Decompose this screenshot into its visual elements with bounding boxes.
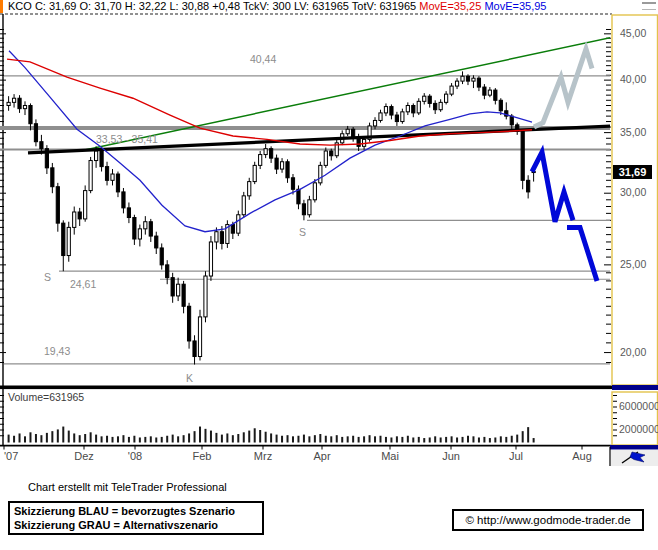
candle-body bbox=[23, 106, 26, 109]
level-price-label: 33,53 - 35,41 bbox=[96, 133, 158, 145]
candlestick-series bbox=[7, 71, 535, 364]
volume-bar bbox=[451, 436, 453, 442]
volume-bar bbox=[73, 433, 75, 442]
candle-body bbox=[324, 151, 327, 165]
candle-body bbox=[67, 227, 70, 255]
volume-bar bbox=[155, 437, 157, 442]
volume-bar bbox=[243, 432, 245, 442]
candle-body bbox=[308, 200, 311, 215]
candle-body bbox=[242, 196, 245, 215]
candle-body bbox=[231, 225, 234, 234]
volume-bar bbox=[500, 436, 502, 442]
candle-body bbox=[177, 284, 180, 296]
candle-body bbox=[275, 158, 278, 169]
volume-bar bbox=[478, 437, 480, 442]
price-axis-label: 40,00 bbox=[620, 73, 646, 85]
candle-body bbox=[488, 90, 491, 95]
volume-bar bbox=[29, 432, 31, 442]
price-pane-bottom-border bbox=[0, 386, 612, 390]
volume-bar bbox=[418, 437, 420, 443]
chart-letter-mark-S: S bbox=[44, 271, 51, 283]
candle-body bbox=[100, 151, 103, 167]
candle-body bbox=[510, 116, 513, 125]
legend-blue-scenario: Skizzierung BLAU = bevorzugtes Szenario bbox=[14, 504, 258, 518]
candle-body bbox=[466, 76, 469, 81]
chart-window: KCO C: 31,69 O: 31,70 H: 32,22 L: 30,88 … bbox=[0, 0, 658, 550]
volume-bar bbox=[434, 436, 436, 442]
volume-bar bbox=[396, 436, 398, 442]
candle-body bbox=[455, 81, 458, 86]
volume-bar bbox=[150, 436, 152, 442]
candle-body bbox=[198, 317, 201, 357]
volume-bar bbox=[462, 437, 464, 443]
price-axis-label: 45,00 bbox=[620, 27, 646, 39]
volume-bar bbox=[101, 436, 103, 442]
x-axis-month-label: Jul bbox=[509, 450, 523, 462]
candle-body bbox=[280, 162, 283, 169]
candle-body bbox=[390, 107, 393, 115]
candle-body bbox=[155, 236, 158, 248]
last-price-badge: 31,69 bbox=[613, 165, 652, 179]
volume-bar bbox=[352, 436, 354, 443]
candle-body bbox=[499, 100, 502, 110]
axis-navy-separator bbox=[612, 385, 658, 390]
volume-bar bbox=[221, 435, 223, 443]
volume-bar bbox=[347, 436, 349, 442]
volume-bar bbox=[19, 433, 21, 442]
candle-body bbox=[237, 215, 240, 233]
volume-axis-label: 6000000 bbox=[619, 400, 658, 412]
volume-bar bbox=[303, 435, 305, 443]
candle-body bbox=[450, 86, 453, 94]
candle-body bbox=[248, 182, 251, 196]
candle-body bbox=[302, 204, 305, 215]
volume-bar bbox=[369, 435, 371, 442]
candle-body bbox=[7, 102, 10, 105]
chart-tab-cell[interactable] bbox=[611, 450, 658, 466]
volume-bar bbox=[237, 434, 239, 442]
volume-bar bbox=[330, 436, 332, 442]
copyright-box[interactable]: © http://www.godmode-trader.de bbox=[452, 509, 644, 531]
volume-indicator-label: Volume=631965 bbox=[8, 391, 84, 403]
price-axis-label: 20,00 bbox=[620, 346, 646, 358]
volume-bar bbox=[276, 435, 278, 443]
volume-bar bbox=[106, 436, 108, 443]
volume-bar bbox=[472, 436, 474, 442]
candle-body bbox=[171, 278, 174, 296]
volume-bar bbox=[412, 437, 414, 442]
blue-preferred-scenario-sketch bbox=[567, 227, 597, 281]
candle-body bbox=[160, 248, 163, 265]
candle-body bbox=[29, 106, 32, 124]
volume-bar bbox=[183, 435, 185, 442]
volume-bar bbox=[144, 437, 146, 443]
candle-body bbox=[423, 96, 426, 101]
volume-bar bbox=[522, 431, 524, 442]
x-axis-month-label: Apr bbox=[313, 450, 330, 462]
legend-gray-scenario: Skizzierung GRAU = Alternativszenario bbox=[14, 518, 258, 532]
candle-body bbox=[401, 112, 404, 122]
volume-bar bbox=[325, 436, 327, 443]
volume-bar bbox=[390, 437, 392, 442]
volume-bar bbox=[270, 433, 272, 442]
candle-body bbox=[494, 90, 497, 100]
volume-bar bbox=[188, 433, 190, 442]
candle-body bbox=[270, 149, 273, 158]
blue-flag-icon bbox=[611, 450, 658, 466]
volume-bar bbox=[341, 437, 343, 443]
x-axis-month-label: Feb bbox=[193, 450, 212, 462]
candle-body bbox=[40, 142, 43, 149]
volume-bar bbox=[505, 437, 507, 443]
candle-body bbox=[133, 218, 136, 239]
volume-bar bbox=[401, 437, 403, 443]
candle-body bbox=[417, 101, 420, 113]
volume-bar bbox=[319, 434, 321, 442]
x-axis-month-label: '08 bbox=[128, 450, 142, 462]
volume-bar bbox=[259, 430, 261, 443]
candle-body bbox=[127, 208, 130, 218]
volume-bar bbox=[13, 436, 15, 443]
volume-bar bbox=[51, 431, 53, 442]
volume-bar bbox=[358, 437, 360, 443]
volume-bar bbox=[533, 438, 535, 442]
candle-body bbox=[220, 232, 223, 244]
copyright-link[interactable]: © http://www.godmode-trader.de bbox=[465, 514, 630, 526]
volume-bar bbox=[35, 434, 37, 442]
